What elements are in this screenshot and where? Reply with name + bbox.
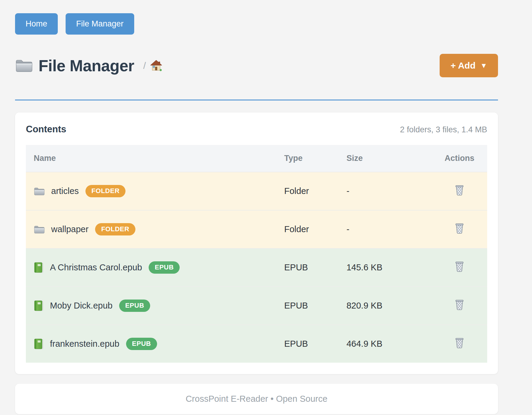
page-title: File Manager (39, 57, 134, 75)
size-cell: - (346, 172, 432, 210)
trash-icon (454, 223, 465, 234)
green-book-icon (34, 262, 43, 273)
caret-down-icon: ▼ (480, 62, 487, 69)
top-nav: Home File Manager (15, 13, 498, 35)
size-cell: 145.6 KB (346, 248, 432, 287)
page-header: File Manager / + Add ▼ (15, 54, 498, 77)
type-cell: Folder (284, 172, 346, 210)
epub-badge: EPUB (119, 300, 150, 312)
epub-badge: EPUB (149, 261, 180, 273)
delete-button[interactable] (454, 261, 465, 272)
page-container: Home File Manager File Manager / + Add ▼… (15, 13, 498, 415)
file-name: A Christmas Carol.epub (50, 263, 142, 272)
house-icon[interactable] (150, 60, 162, 72)
delete-button[interactable] (454, 299, 465, 310)
table-row[interactable]: wallpaper FOLDER Folder - (26, 210, 487, 248)
green-book-icon (34, 339, 43, 349)
header-divider (15, 100, 498, 100)
table-row[interactable]: frankenstein.epub EPUB EPUB 464.9 KB (26, 325, 487, 363)
delete-button[interactable] (454, 337, 465, 349)
file-manager-button[interactable]: File Manager (66, 13, 134, 35)
size-cell: 464.9 KB (346, 325, 432, 363)
home-button[interactable]: Home (15, 13, 58, 35)
breadcrumb-separator: / (143, 60, 146, 71)
folder-icon (34, 186, 45, 196)
column-header-size: Size (346, 145, 432, 172)
green-book-icon (34, 300, 43, 311)
table-header-row: Name Type Size Actions (26, 145, 487, 172)
add-button-label: + Add (450, 61, 475, 70)
trash-icon (454, 337, 465, 349)
footer-text: CrossPoint E-Reader • Open Source (186, 394, 327, 404)
title-group: File Manager / (15, 57, 162, 75)
folder-icon (15, 58, 32, 73)
type-cell: EPUB (284, 287, 346, 325)
type-cell: EPUB (284, 248, 346, 287)
breadcrumb: / (143, 60, 162, 72)
contents-header: Contents 2 folders, 3 files, 1.4 MB (26, 124, 487, 135)
file-name: Moby Dick.epub (50, 301, 113, 311)
table-row[interactable]: Moby Dick.epub EPUB EPUB 820.9 KB (26, 287, 487, 325)
delete-button[interactable] (454, 223, 465, 234)
contents-summary: 2 folders, 3 files, 1.4 MB (400, 125, 487, 134)
delete-button[interactable] (454, 184, 465, 196)
table-row[interactable]: articles FOLDER Folder - (26, 172, 487, 210)
column-header-name: Name (26, 145, 284, 172)
contents-card: Contents 2 folders, 3 files, 1.4 MB Name… (15, 112, 498, 374)
add-button[interactable]: + Add ▼ (440, 54, 498, 77)
size-cell: 820.9 KB (346, 287, 432, 325)
type-cell: EPUB (284, 325, 346, 363)
trash-icon (454, 261, 465, 272)
file-name: frankenstein.epub (50, 339, 119, 349)
trash-icon (454, 184, 465, 196)
file-name: articles (51, 186, 79, 196)
type-cell: Folder (284, 210, 346, 248)
file-table: Name Type Size Actions articles FOLDER F… (26, 145, 487, 363)
contents-title: Contents (26, 124, 66, 135)
file-name: wallpaper (51, 224, 88, 234)
table-row[interactable]: A Christmas Carol.epub EPUB EPUB 145.6 K… (26, 248, 487, 287)
size-cell: - (346, 210, 432, 248)
column-header-type: Type (284, 145, 346, 172)
epub-badge: EPUB (126, 338, 157, 350)
column-header-actions: Actions (432, 145, 487, 172)
folder-badge: FOLDER (85, 185, 125, 197)
footer-card: CrossPoint E-Reader • Open Source (15, 384, 498, 414)
trash-icon (454, 299, 465, 310)
folder-badge: FOLDER (95, 223, 135, 235)
folder-icon (34, 225, 45, 234)
